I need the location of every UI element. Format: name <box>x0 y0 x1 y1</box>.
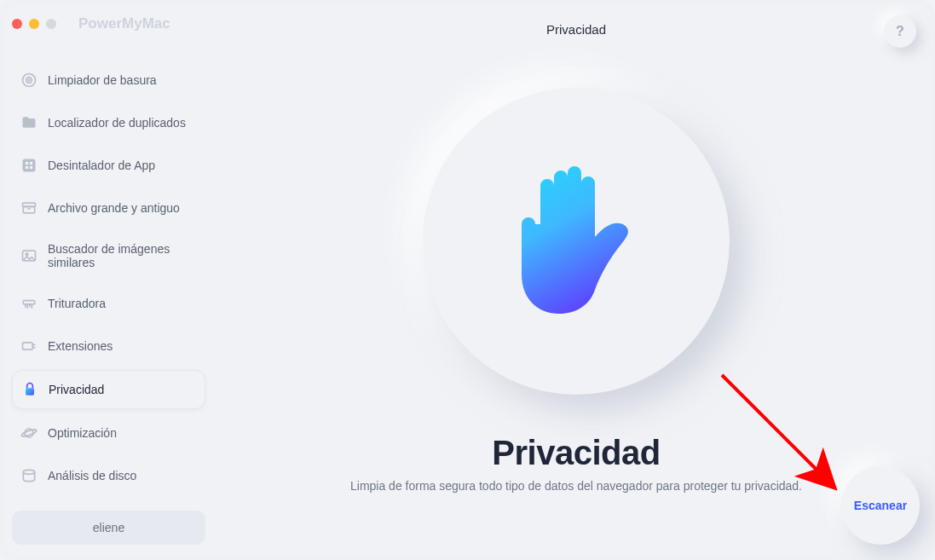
minimize-window-button[interactable] <box>29 19 39 29</box>
svg-rect-19 <box>26 388 34 395</box>
page-title: Privacidad <box>546 22 606 37</box>
disk-icon <box>20 467 38 484</box>
svg-point-22 <box>23 470 34 474</box>
folder-icon <box>20 114 38 131</box>
svg-rect-4 <box>26 162 28 165</box>
svg-rect-18 <box>23 343 33 349</box>
hero-title: Privacidad <box>492 434 660 472</box>
lock-icon <box>21 381 38 398</box>
svg-rect-5 <box>30 162 32 165</box>
hand-stop-icon <box>508 165 644 318</box>
sidebar-item-extensions[interactable]: Extensiones <box>12 327 205 365</box>
sidebar: PowerMyMac Limpiador de basura Localizad… <box>0 0 217 560</box>
sidebar-nav: Limpiador de basura Localizador de dupli… <box>12 61 205 494</box>
planet-icon <box>20 424 38 442</box>
sidebar-item-label: Extensiones <box>48 339 113 353</box>
target-icon <box>20 72 38 89</box>
sidebar-item-label: Privacidad <box>49 383 104 396</box>
user-account-chip[interactable]: eliene <box>12 511 205 545</box>
svg-point-12 <box>26 253 28 256</box>
help-icon: ? <box>896 24 904 39</box>
plugin-icon <box>20 338 38 355</box>
sidebar-item-duplicate-finder[interactable]: Localizador de duplicados <box>12 104 205 141</box>
sidebar-item-disk-analysis[interactable]: Análisis de disco <box>12 457 205 494</box>
hero-illustration-circle <box>423 88 730 395</box>
app-name: PowerMyMac <box>78 15 170 32</box>
sidebar-item-label: Trituradora <box>48 297 106 310</box>
scan-button-label: Escanear <box>854 499 907 512</box>
svg-rect-9 <box>23 206 34 213</box>
shredder-icon <box>20 295 38 312</box>
close-window-button[interactable] <box>12 19 22 29</box>
scan-button[interactable]: Escanear <box>841 466 920 545</box>
sidebar-item-privacy[interactable]: Privacidad <box>12 370 205 409</box>
svg-rect-13 <box>23 301 34 304</box>
user-name: eliene <box>93 521 124 534</box>
sidebar-item-junk-cleaner[interactable]: Limpiador de basura <box>12 61 205 99</box>
help-button[interactable]: ? <box>884 15 916 48</box>
sidebar-item-label: Localizador de duplicados <box>48 116 186 130</box>
svg-line-23 <box>722 375 833 486</box>
sidebar-item-shredder[interactable]: Trituradora <box>12 285 205 322</box>
sidebar-item-label: Limpiador de basura <box>48 73 157 87</box>
image-icon <box>20 247 38 264</box>
svg-rect-6 <box>26 166 28 169</box>
sidebar-item-label: Buscador de imágenes similares <box>48 242 197 269</box>
svg-rect-7 <box>30 166 32 169</box>
archive-icon <box>20 199 38 216</box>
hero-subtitle: Limpia de forma segura todo tipo de dato… <box>350 479 802 493</box>
app-window: PowerMyMac Limpiador de basura Localizad… <box>0 0 935 560</box>
maximize-window-button[interactable] <box>46 19 56 29</box>
sidebar-item-label: Optimización <box>48 426 117 440</box>
sidebar-item-similar-images[interactable]: Buscador de imágenes similares <box>12 232 205 280</box>
window-controls: PowerMyMac <box>12 15 205 32</box>
sidebar-item-large-old-files[interactable]: Archivo grande y antiguo <box>12 189 205 227</box>
sidebar-item-label: Desintalador de App <box>48 159 155 172</box>
sidebar-item-label: Archivo grande y antiguo <box>48 201 180 215</box>
sidebar-item-app-uninstaller[interactable]: Desintalador de App <box>12 147 205 184</box>
svg-point-2 <box>28 79 30 81</box>
svg-rect-3 <box>23 159 36 172</box>
main-content: Privacidad ? Privacidad Limpia de forma … <box>217 0 935 560</box>
sidebar-item-label: Análisis de disco <box>48 469 136 482</box>
svg-point-21 <box>21 429 38 438</box>
app-grid-icon <box>20 157 38 174</box>
sidebar-item-optimization[interactable]: Optimización <box>12 414 205 452</box>
